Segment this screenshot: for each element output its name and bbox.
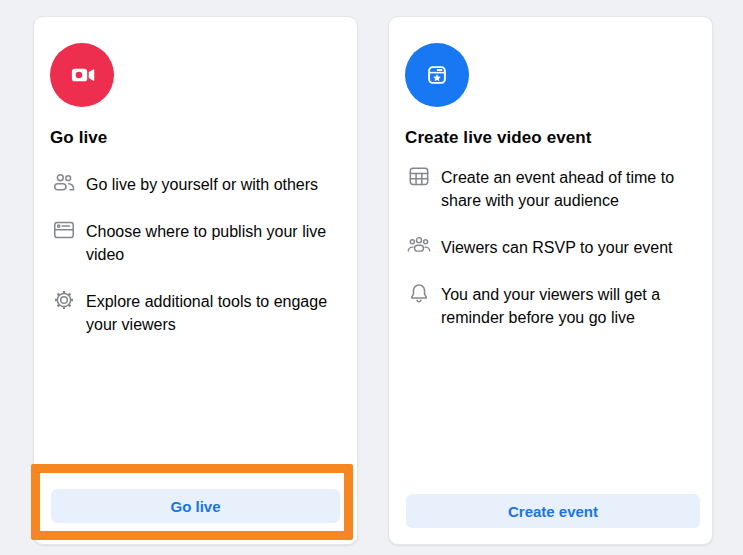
go-live-badge: [50, 43, 114, 107]
feature-text: Viewers can RSVP to your event: [441, 236, 673, 259]
feature-text: You and your viewers will get a reminder…: [441, 283, 693, 329]
publish-post-icon: [51, 217, 77, 243]
feature-item: You and your viewers will get a reminder…: [406, 283, 698, 329]
feature-text: Go live by yourself or with others: [86, 173, 318, 196]
go-live-feature-list: Go live by yourself or with others Choos…: [51, 173, 343, 336]
create-event-feature-list: Create an event ahead of time to share w…: [406, 166, 698, 329]
go-live-card: Go live Go live by yourself or with othe…: [33, 16, 358, 545]
people-pair-icon: [51, 170, 77, 196]
go-live-button[interactable]: Go live: [51, 489, 340, 523]
card-title: Create live video event: [405, 128, 696, 148]
feature-text: Create an event ahead of time to share w…: [441, 166, 693, 212]
video-camera-icon: [64, 57, 100, 93]
calendar-star-icon: [419, 57, 455, 93]
create-event-card: Create live video event Create an event …: [388, 16, 713, 545]
gear-icon: [51, 287, 77, 313]
feature-item: Explore additional tools to engage your …: [51, 290, 343, 336]
people-trio-icon: [406, 233, 432, 259]
create-event-badge: [405, 43, 469, 107]
calendar-grid-icon: [406, 163, 432, 189]
bell-icon: [406, 280, 432, 306]
feature-text: Choose where to publish your live video: [86, 220, 338, 266]
feature-item: Go live by yourself or with others: [51, 173, 343, 196]
card-title: Go live: [50, 128, 341, 148]
feature-item: Viewers can RSVP to your event: [406, 236, 698, 259]
feature-item: Choose where to publish your live video: [51, 220, 343, 266]
feature-text: Explore additional tools to engage your …: [86, 290, 338, 336]
create-event-button[interactable]: Create event: [406, 494, 700, 528]
feature-item: Create an event ahead of time to share w…: [406, 166, 698, 212]
